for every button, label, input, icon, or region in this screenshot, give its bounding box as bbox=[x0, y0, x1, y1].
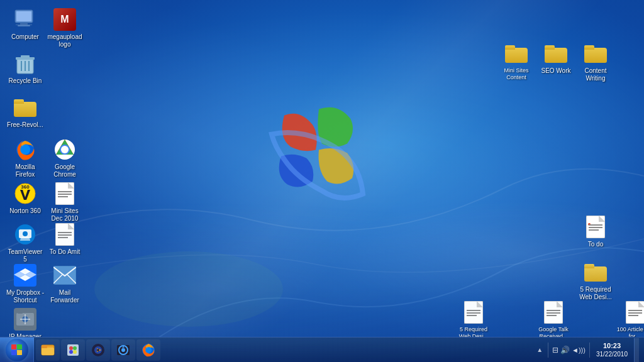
todo-amit-icon bbox=[53, 222, 77, 246]
tray-expand-button[interactable]: ▲ bbox=[535, 346, 544, 353]
desktop-icon-computer[interactable]: Computer bbox=[3, 5, 47, 43]
taskbar-firefox[interactable] bbox=[136, 339, 160, 361]
svg-rect-4 bbox=[18, 25, 30, 26]
todo-right-icon bbox=[584, 215, 608, 239]
system-clock[interactable]: 10:23 31/22/2010 bbox=[594, 341, 630, 358]
svg-rect-61 bbox=[547, 315, 557, 316]
offline-content-label: 5 Required Web Desi... bbox=[576, 286, 615, 301]
svg-rect-22 bbox=[58, 194, 72, 195]
desktop-icon-offline-content[interactable]: 5 Required Web Desi... bbox=[574, 258, 618, 304]
desktop-icon-firefox[interactable]: Mozilla Firefox bbox=[3, 135, 47, 181]
svg-point-72 bbox=[73, 346, 77, 350]
clock-date: 31/22/2010 bbox=[596, 350, 628, 358]
taskbar-paint[interactable] bbox=[61, 339, 85, 361]
clock-time: 10:23 bbox=[596, 341, 628, 350]
minisites-content-icon bbox=[504, 41, 528, 65]
svg-point-83 bbox=[145, 347, 152, 353]
contentwriting-label: Content Writing bbox=[576, 67, 615, 82]
todo-amit-label: To Do Amit bbox=[50, 248, 80, 256]
desktop-icon-seowork[interactable]: SEO Work bbox=[534, 39, 578, 77]
seowork-label: SEO Work bbox=[541, 67, 570, 75]
svg-rect-64 bbox=[628, 310, 642, 311]
desktop-icon-megaupload[interactable]: M megaupload logo bbox=[43, 5, 87, 51]
taskbar-media-center[interactable] bbox=[111, 339, 135, 361]
svg-rect-65 bbox=[628, 312, 642, 314]
svg-rect-42 bbox=[18, 310, 23, 314]
mail-icon bbox=[53, 263, 77, 287]
tray-network-icon[interactable]: ⊟ bbox=[552, 346, 558, 354]
megaupload-label: megaupload logo bbox=[45, 33, 84, 48]
svg-rect-50 bbox=[589, 227, 602, 228]
svg-point-78 bbox=[97, 349, 99, 351]
contentwriting-icon bbox=[584, 41, 608, 65]
svg-rect-23 bbox=[58, 196, 68, 197]
norton-icon: 360 bbox=[13, 182, 37, 206]
taskbar: ▲ ⊟ 🔊 ◄))) 10:23 31/22/2010 bbox=[0, 337, 644, 362]
dropbox-icon bbox=[13, 263, 37, 287]
svg-rect-49 bbox=[589, 224, 602, 226]
desktop-icon-minisites[interactable]: Mini Sites Dec 2010 bbox=[43, 179, 87, 225]
teamviewer-icon bbox=[13, 222, 37, 246]
offline-content-icon bbox=[584, 260, 608, 284]
tray-speaker-icon[interactable]: ◄))) bbox=[572, 346, 586, 354]
media-icon bbox=[91, 343, 106, 358]
computer-icon-label: Computer bbox=[11, 33, 39, 41]
desktop-icon-contentwriting[interactable]: Content Writing bbox=[574, 39, 618, 85]
svg-rect-30 bbox=[58, 234, 72, 236]
svg-point-26 bbox=[23, 231, 28, 236]
svg-rect-31 bbox=[58, 237, 68, 238]
desktop-icon-mail[interactable]: Mail Forwarder bbox=[43, 261, 87, 307]
desktop-icon-minisites-content[interactable]: Mini Sites Content bbox=[494, 39, 538, 84]
norton-label: Norton 360 bbox=[9, 207, 40, 215]
svg-rect-66 bbox=[628, 315, 638, 316]
recycle-icon bbox=[13, 52, 37, 75]
5required-icon bbox=[462, 300, 486, 324]
paint-icon bbox=[65, 343, 80, 358]
seowork-icon bbox=[544, 41, 568, 65]
svg-text:360: 360 bbox=[21, 184, 30, 190]
free-revol-label: Free-Revol... bbox=[7, 121, 43, 129]
start-orb bbox=[6, 339, 28, 361]
taskbar-media[interactable] bbox=[86, 339, 110, 361]
svg-rect-8 bbox=[21, 55, 30, 58]
desktop-icon-recycle[interactable]: Recycle Bin bbox=[3, 49, 47, 87]
show-desktop-button[interactable] bbox=[634, 338, 639, 362]
svg-rect-68 bbox=[42, 348, 54, 355]
desktop-icon-norton[interactable]: 360 Norton 360 bbox=[3, 179, 47, 217]
taskbar-items bbox=[34, 337, 530, 362]
desktop-icon-100article[interactable]: 100 Article List for ... bbox=[613, 298, 644, 343]
svg-rect-5 bbox=[16, 25, 32, 25]
svg-rect-60 bbox=[547, 312, 560, 314]
firefox-label: Mozilla Firefox bbox=[6, 163, 45, 178]
desktop-icon-5required[interactable]: 5 Required Web Desi... bbox=[452, 298, 496, 343]
computer-icon bbox=[13, 8, 37, 31]
desktop-icon-chrome[interactable]: Google Chrome bbox=[43, 135, 87, 181]
desktop-icon-todo-right[interactable]: To do bbox=[574, 212, 618, 251]
start-button[interactable] bbox=[0, 337, 34, 363]
dropbox-label: My Dropbox - Shortcut bbox=[6, 289, 45, 304]
desktop-icon-todo-amit[interactable]: To Do Amit bbox=[43, 220, 87, 258]
tray-icons: ⊟ 🔊 ◄))) bbox=[552, 346, 586, 354]
desktop-icon-teamviewer[interactable]: TeamViewer 5 bbox=[3, 220, 47, 266]
ipmanager-icon bbox=[13, 307, 37, 331]
desktop-icon-googletalk[interactable]: Google Talk Received _ bbox=[531, 298, 575, 343]
svg-rect-2 bbox=[16, 11, 31, 21]
desktop: Computer M megaupload logo bbox=[0, 0, 644, 362]
svg-point-13 bbox=[20, 145, 30, 155]
100article-icon bbox=[623, 300, 644, 324]
svg-rect-59 bbox=[547, 310, 560, 311]
tray-volume-icon[interactable]: 🔊 bbox=[560, 346, 570, 354]
svg-point-16 bbox=[61, 146, 69, 153]
free-revol-icon bbox=[13, 96, 37, 119]
svg-point-74 bbox=[73, 350, 77, 354]
media-center-icon bbox=[116, 343, 131, 358]
svg-rect-70 bbox=[67, 344, 79, 356]
explorer-icon bbox=[40, 343, 55, 358]
todo-right-label: To do bbox=[588, 241, 603, 248]
desktop-icon-dropbox[interactable]: My Dropbox - Shortcut bbox=[3, 261, 47, 307]
svg-rect-51 bbox=[589, 229, 599, 231]
taskbar-explorer[interactable] bbox=[36, 339, 60, 361]
minisites-content-label: Mini Sites Content bbox=[497, 67, 536, 81]
desktop-icon-free-revol[interactable]: Free-Revol... bbox=[3, 93, 47, 131]
taskbar-firefox-icon bbox=[141, 343, 156, 358]
